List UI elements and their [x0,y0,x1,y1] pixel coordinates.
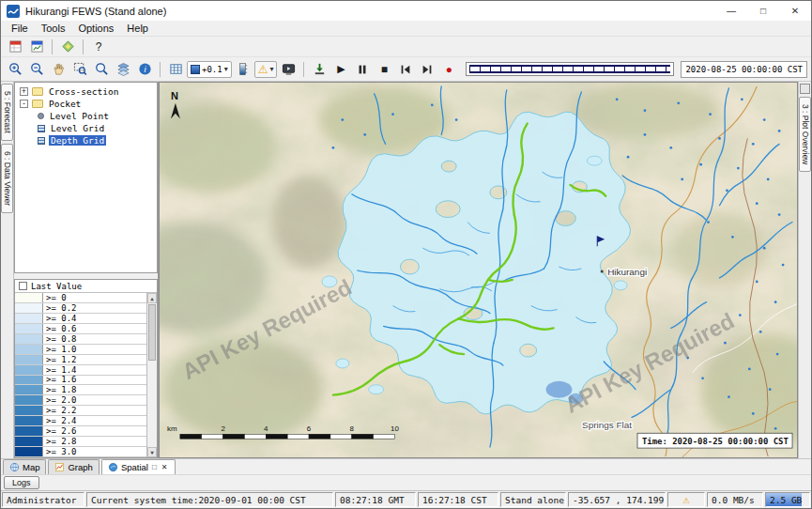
scrollbar-track [147,362,157,447]
legend-row: >= 1.2 [15,355,146,365]
tree-item-pocket[interactable]: - Pocket [15,98,157,110]
grid-layer-icon [38,125,45,132]
folder-icon [32,87,43,96]
map-label-hikurangi: Hikurangi [607,267,647,277]
tree-item-depth-grid[interactable]: Depth Grid [15,134,157,147]
pause-button[interactable] [352,60,373,79]
layers-button[interactable] [113,60,133,79]
grid-layer-icon [38,137,45,145]
scale-tick: 6 [307,424,312,433]
layers-icon [116,62,130,76]
tree-item-label-selected: Depth Grid [49,135,106,146]
help-icon: ? [96,41,102,53]
legend-scrollbar[interactable]: ▲ ▼ [146,293,157,457]
logs-button[interactable]: Logs [4,476,39,489]
minimize-button[interactable]: — [715,1,747,21]
record-button[interactable]: ● [438,60,459,79]
scroll-down-icon[interactable]: ▼ [147,447,157,457]
legend-bar-icon [236,62,250,76]
app-window: Hikurangi FEWS (Stand alone) — □ ✕ File … [0,0,812,509]
menu-file[interactable]: File [5,22,35,35]
scale-unit: km [167,424,177,433]
legend-swatch [15,365,43,375]
legend-swatch [15,324,43,333]
zoom-in-button[interactable] [5,60,25,79]
legend-row: >= 2.8 [15,437,146,447]
tab-plot-overview[interactable]: 3 : Plot Overview [799,97,811,172]
legend-row: >= 0.4 [15,314,146,324]
scale-tick: 10 [391,424,399,433]
legend-header: Last Value [15,280,157,293]
scroll-up-icon[interactable]: ▲ [147,293,157,303]
menu-bar: File Tools Options Help [1,21,811,37]
grid-display-button[interactable] [165,60,186,79]
database-button[interactable] [26,38,47,56]
zoom-box-button[interactable] [69,60,90,79]
pin-button[interactable] [800,84,810,94]
tab-forecast[interactable]: 5 : Forecast [1,84,13,141]
legend-label: >= 1.6 [43,376,77,385]
stop-button[interactable]: ■ [374,60,394,79]
map-tool-button[interactable] [57,38,78,56]
legend-label: >= 2.8 [43,437,77,446]
menu-options[interactable]: Options [71,22,120,35]
scale-tick: 4 [264,424,268,433]
scale-tick: 8 [350,424,355,433]
scrollbar-thumb[interactable] [148,304,156,361]
tab-spatial[interactable]: Spatial □ ✕ [101,459,176,474]
legend-swatch [15,376,43,385]
info-button[interactable]: i [134,60,155,79]
toolbar-separator [160,62,161,77]
legend-bar-button[interactable] [233,60,253,79]
app-icon [7,5,20,18]
tree-item-level-point[interactable]: Level Point [15,110,157,122]
tab-maximize-icon[interactable]: □ [151,463,158,471]
warning-icon: ⚠ [682,494,689,505]
legend-swatch [15,303,43,313]
legend-row: >= 1.4 [15,365,146,376]
skip-to-end-button[interactable] [417,60,437,79]
legend-label: >= 0.6 [43,324,77,333]
data-viewer-panel: + Cross-section - Pocket Level Point Lev… [14,82,159,458]
expand-icon[interactable]: + [20,87,28,96]
menu-tools[interactable]: Tools [35,22,72,35]
collapse-icon[interactable]: - [20,100,28,108]
legend-row: >= 2.0 [15,395,146,406]
skip-end-icon [421,63,434,76]
zoom-out-button[interactable] [26,60,47,79]
time-slider[interactable] [466,62,674,76]
tab-data-viewer[interactable]: 6 : Data Viewer [1,144,13,213]
chevron-down-icon: ▾ [269,65,273,73]
explorer-icon [8,39,23,54]
tab-graph[interactable]: Graph [48,459,99,474]
grid-icon [169,62,183,76]
legend-row: >= 0.2 [15,303,146,314]
tab-map[interactable]: Map [3,459,46,474]
title-bar: Hikurangi FEWS (Stand alone) — □ ✕ [1,1,811,21]
map-canvas[interactable]: Hikurangi Springs Flat API Key Required … [160,83,797,457]
explorer-button[interactable] [5,38,25,56]
last-value-checkbox[interactable] [19,282,27,290]
close-button[interactable]: ✕ [779,1,811,21]
interval-selector[interactable]: +0.1 ▾ [187,61,232,78]
maximize-button[interactable]: □ [747,1,779,21]
status-warning[interactable]: ⚠ [667,492,705,507]
tab-close-icon[interactable]: ✕ [161,463,169,471]
skip-to-start-button[interactable] [395,60,416,79]
tree-item-level-grid[interactable]: Level Grid [15,122,157,134]
export-animation-button[interactable] [309,60,329,79]
help-button[interactable]: ? [88,38,109,56]
play-button[interactable]: ▶ [330,60,351,79]
zoom-previous-button[interactable] [91,60,112,79]
thresholds-selector[interactable]: ⚠ ▾ [254,61,278,78]
legend-swatch [15,314,43,323]
chart-icon [54,462,65,472]
animation-window-button[interactable] [278,60,299,79]
menu-help[interactable]: Help [120,22,155,35]
interval-icon [191,65,200,74]
bottom-tab-bar: Map Graph Spatial □ ✕ [1,458,811,474]
current-datetime-field[interactable]: 2020-08-25 00:00:00 CST [681,61,807,78]
tree-item-cross-section[interactable]: + Cross-section [15,85,157,98]
pan-button[interactable] [48,60,69,79]
map-label-springs-flat: Springs Flat [582,420,632,430]
